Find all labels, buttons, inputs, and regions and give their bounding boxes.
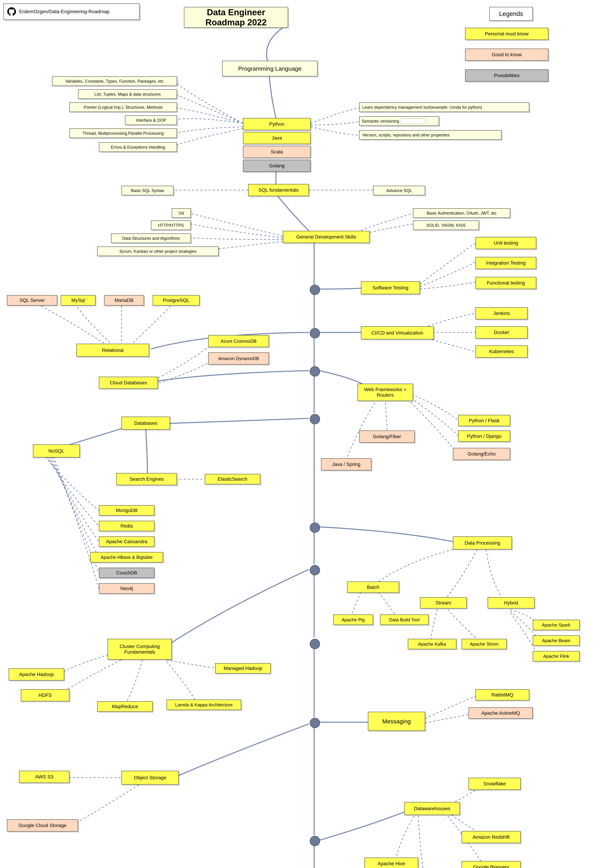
- semver-input[interactable]: [401, 118, 425, 124]
- django: Python / Django: [458, 431, 510, 442]
- py-vars: Variables, Constants, Types, Function, P…: [52, 76, 177, 86]
- hub-5: [310, 522, 320, 533]
- pig: Apache Pig: [333, 615, 373, 625]
- legend-good: Good to know: [465, 49, 549, 61]
- hub-1: [310, 285, 320, 295]
- lamda: Lamda & Kappa Architecture: [167, 700, 241, 710]
- mapred: MapReduce: [97, 701, 153, 712]
- hybrid: Hybrid: [488, 597, 535, 608]
- dynamo: Amazon DynamoDB: [208, 352, 269, 364]
- func: Functional testing: [476, 277, 536, 289]
- batch: Batch: [347, 581, 399, 593]
- scrum: Scrum, Kanban or other project strategie…: [97, 246, 219, 256]
- s3: AWS S3: [19, 771, 70, 783]
- jenkins: Jenkins: [476, 307, 527, 319]
- sql-fund: SQL fundamentals: [248, 184, 309, 196]
- legend-must: Personal must know: [465, 28, 549, 40]
- elastic: ElasticSearch: [205, 474, 260, 484]
- flask: Python / Flask: [458, 415, 510, 426]
- gen-dev: General Development Skills: [283, 231, 369, 243]
- mariadb: MariaDB: [104, 295, 144, 305]
- web-fw: Web Frameworks + Routers: [357, 384, 413, 401]
- integ: Integration Testing: [476, 257, 536, 269]
- golang: Golang: [243, 160, 311, 172]
- dbt: Data Build Tool: [380, 615, 429, 625]
- k8s: Kubernetes: [476, 346, 527, 358]
- title: Data Engineer Roadmap 2022: [184, 7, 288, 28]
- auth: Basic Authentication, OAuth, JWT, etc: [413, 208, 510, 218]
- java: Java: [243, 132, 311, 144]
- hive: Apache Hive: [365, 857, 418, 868]
- obj-store: Object Storage: [122, 771, 179, 785]
- hbase: Apache HBase & Bigtable: [90, 552, 163, 563]
- dep-mgmt: Learn dependency management tool(example…: [359, 102, 529, 112]
- hadoop: Apache Hadoop: [9, 668, 64, 680]
- github-text: ErdemOzgen/Data-Engineering-Roadmap: [19, 9, 110, 14]
- dsa: Data Structures and Algorithms: [111, 234, 191, 243]
- stream: Stream: [420, 597, 467, 608]
- basic-sql: Basic SQL Syntax: [122, 186, 173, 195]
- http: HTTP/HTTPS: [151, 220, 191, 230]
- py-ptr: Pointer (Logical imp.), Structures, Meth…: [70, 102, 177, 112]
- bigquery: Google Bigquery: [462, 861, 521, 868]
- spark: Apache Spark: [533, 620, 580, 630]
- hub-7: [310, 639, 320, 649]
- postgres: PostgreSQL: [153, 295, 199, 305]
- github-icon: [7, 7, 16, 16]
- legend-poss: Possibilities: [465, 70, 549, 82]
- neo4j: Neo4j: [99, 583, 155, 594]
- strom: Apache Strom: [462, 639, 507, 649]
- gcs: Google Cloud Storage: [7, 819, 78, 832]
- spring: Java / Spring: [321, 458, 371, 470]
- python: Python: [243, 118, 311, 130]
- snowflake: Snowflake: [468, 778, 521, 790]
- echo: Golang/Echo: [453, 448, 510, 460]
- msg: Messaging: [368, 712, 425, 731]
- git: Git: [172, 208, 191, 218]
- fiber: Golang/Fiber: [359, 431, 415, 443]
- activemq: Apache ActiveMQ: [468, 707, 533, 719]
- sw-test: Software Testing: [361, 281, 420, 294]
- databases: Databases: [122, 417, 170, 430]
- legend-header: Legends: [489, 7, 533, 21]
- mysql: MySql: [61, 295, 96, 305]
- couch: CouchDB: [99, 568, 155, 578]
- cassandra: Apache Cassandra: [99, 536, 155, 547]
- cluster: Cluster Computing Fundamentals: [108, 639, 172, 660]
- docker: Docker: [476, 326, 527, 338]
- mgd-hadoop: Managed Hadoop: [215, 663, 271, 674]
- cloud-db: Cloud Databases: [99, 377, 158, 389]
- hub-9: [310, 836, 320, 846]
- scala: Scala: [243, 146, 311, 158]
- nosql: NoSQL: [33, 445, 80, 457]
- hdfs: HDFS: [21, 689, 70, 701]
- hub-8: [310, 718, 320, 728]
- py-err: Errors & Exceptions Handling: [99, 143, 177, 152]
- redshift: Amazon Redshift: [462, 831, 521, 843]
- search: Search Engines: [116, 473, 177, 485]
- semver: Semantic versioning: [359, 116, 439, 126]
- flink: Apache Flink: [533, 651, 580, 662]
- kafka: Apache Kafka: [408, 639, 456, 649]
- hub-4: [310, 414, 320, 424]
- relational: Relational: [76, 344, 149, 357]
- unit: Unit testing: [476, 237, 536, 249]
- sqlserver: SQL Server: [7, 295, 57, 305]
- hub-2: [310, 328, 320, 338]
- mongo: MongoDB: [99, 505, 155, 516]
- py-oop: Interface & OOP: [125, 115, 177, 125]
- github-badge[interactable]: ErdemOzgen/Data-Engineering-Roadmap: [3, 3, 139, 20]
- adv-sql: Advance SQL: [373, 186, 425, 195]
- hub-6: [310, 565, 320, 575]
- redis: Redis: [99, 521, 155, 531]
- solid: SOLID, YAGNI, KISS: [413, 220, 479, 230]
- semver-label: Semantic versioning: [362, 119, 399, 124]
- rabbit: RabbitMQ: [476, 689, 529, 701]
- ver-scripts: Version, scripts, repository and other p…: [359, 130, 501, 140]
- cicd: CI/CD and Virtualization: [361, 326, 434, 339]
- cosmos: Azure CosmosDB: [208, 335, 269, 347]
- data-proc: Data Processing: [453, 536, 512, 549]
- py-thread: Thread, Multiprocessing,Parallel Process…: [70, 129, 177, 138]
- prog-lang: Programming Language: [222, 61, 318, 76]
- py-list: List ,Tuples, Maps & data structures: [78, 89, 177, 99]
